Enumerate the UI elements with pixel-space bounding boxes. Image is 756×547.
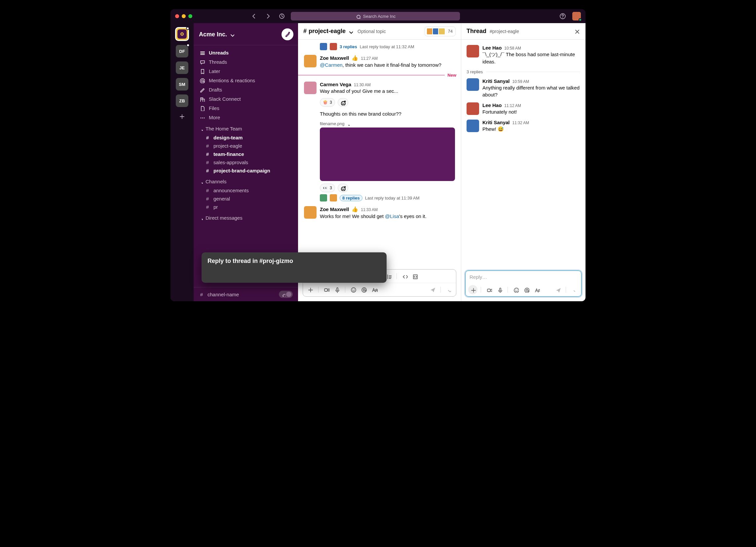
history-button[interactable] (277, 11, 287, 21)
add-reaction-button[interactable] (338, 98, 348, 107)
workspace-switcher[interactable]: Acme Inc. (199, 31, 234, 38)
message-author[interactable]: Zoe Maxwell (320, 55, 349, 61)
reply-count-chip[interactable]: 8 replies (340, 195, 362, 201)
message-avatar[interactable] (467, 102, 479, 115)
channel-item[interactable]: #general (194, 195, 298, 203)
reply-avatar (330, 43, 337, 50)
close-window-icon[interactable] (175, 14, 179, 18)
reply-popover[interactable]: Reply to thread in #proj-gizmo (202, 253, 387, 283)
sidebar-more[interactable]: More (194, 113, 298, 122)
message-list[interactable]: 3 replies Last reply today at 11:32 AM Z… (298, 40, 461, 267)
thread-subtitle[interactable]: #project-eagle (490, 29, 519, 34)
send-options-button[interactable] (444, 285, 453, 294)
thread-input[interactable]: Reply… (466, 271, 581, 283)
sidebar-unreads[interactable]: Unreads (194, 48, 298, 57)
maximize-window-icon[interactable] (188, 14, 192, 18)
nav-forward-button[interactable] (263, 11, 273, 21)
sidebar-mentions[interactable]: Mentions & reactions (194, 76, 298, 85)
attachment-filename[interactable]: filename.png (320, 121, 455, 126)
reaction[interactable]: 👀3 (320, 184, 335, 192)
sidebar-later[interactable]: Later (194, 66, 298, 76)
mention[interactable]: @Carmen (320, 62, 343, 68)
attach-button[interactable] (468, 285, 477, 294)
thread-composer[interactable]: Reply… (465, 271, 582, 296)
format-button[interactable] (370, 285, 379, 294)
nav-back-button[interactable] (249, 11, 259, 21)
attach-button[interactable] (306, 285, 315, 294)
message-avatar[interactable] (304, 206, 317, 219)
sidebar: Acme Inc. Unreads Threads Later Mentions… (194, 23, 298, 301)
channel-item[interactable]: #project-eagle (194, 142, 298, 150)
huddle-toggle[interactable] (279, 291, 293, 298)
video-button[interactable] (484, 285, 494, 294)
send-options-button[interactable] (569, 285, 579, 294)
sidebar-drafts[interactable]: Drafts (194, 85, 298, 94)
workspace-item[interactable]: ZB (176, 95, 188, 107)
message-author[interactable]: Carmen Vega (320, 82, 351, 87)
close-thread-button[interactable] (574, 28, 580, 35)
message-body: Fortunately not! (482, 108, 521, 116)
thread-messages[interactable]: Lee Hao10:58 AM ¯\_(ツ)_/¯ The boss had s… (461, 40, 586, 269)
members-button[interactable]: 74 (425, 26, 456, 36)
emoji-button[interactable] (349, 285, 358, 294)
thread-summary[interactable]: 3 replies Last reply today at 11:32 AM (298, 42, 461, 53)
mention-button[interactable] (522, 285, 531, 294)
add-reaction-button[interactable] (338, 184, 348, 192)
channel-item[interactable]: #design-team (194, 134, 298, 142)
thread-reply: Lee Hao11:12 AMFortunately not! (461, 100, 586, 118)
reply-count-link[interactable]: 3 replies (340, 44, 357, 49)
format-button[interactable] (532, 285, 542, 294)
section-header[interactable]: Direct messages (194, 211, 298, 223)
channel-item[interactable]: #announcements (194, 186, 298, 195)
sidebar-slack-connect[interactable]: Slack Connect (194, 94, 298, 103)
channel-name: project-brand-campaign (213, 168, 270, 174)
workspace-item[interactable]: SM (176, 78, 188, 91)
chevron-down-icon (348, 29, 353, 34)
channel-item[interactable]: #team-finance (194, 150, 298, 158)
thread-summary[interactable]: 8 replies Last reply today at 11:39 AM (298, 193, 461, 204)
channel-item[interactable]: #project-brand-campaign (194, 167, 298, 175)
reply-meta: Last reply today at 11:39 AM (365, 196, 420, 201)
channel-item[interactable]: #pr (194, 203, 298, 211)
message-avatar[interactable] (304, 55, 317, 67)
add-workspace-button[interactable] (178, 113, 186, 120)
workspace-active[interactable] (175, 27, 189, 41)
message-author[interactable]: Kriti Sanyal (482, 78, 510, 84)
message-author[interactable]: Lee Hao (482, 102, 502, 108)
sidebar-files[interactable]: Files (194, 103, 298, 113)
workspace-item[interactable]: JE (176, 61, 188, 74)
video-button[interactable] (322, 285, 331, 294)
help-button[interactable] (558, 11, 568, 21)
attachment-preview[interactable] (320, 128, 455, 181)
mention[interactable]: @Lisa (385, 214, 399, 219)
message-avatar[interactable] (467, 120, 479, 132)
search-input[interactable]: Search Acme Inc (291, 12, 460, 20)
audio-button[interactable] (332, 285, 342, 294)
compose-button[interactable] (282, 28, 293, 40)
section-header[interactable]: Channels (194, 175, 298, 186)
minimize-window-icon[interactable] (182, 14, 186, 18)
channel-item[interactable]: #sales-approvals (194, 158, 298, 167)
audio-button[interactable] (495, 285, 504, 294)
workspace-item[interactable]: DF (176, 45, 188, 58)
message-avatar[interactable] (467, 78, 479, 91)
message: Zoe Maxwell 👍 11:33 AM Works for me! We … (298, 204, 461, 222)
message-author[interactable]: Kriti Sanyal (482, 120, 510, 125)
channel-topic[interactable]: Optional topic (358, 29, 386, 34)
message-author[interactable]: Zoe Maxwell (320, 207, 349, 212)
sidebar-threads[interactable]: Threads (194, 57, 298, 66)
message-avatar[interactable] (304, 82, 317, 94)
message-avatar[interactable] (467, 45, 479, 58)
codeblock-button[interactable] (410, 272, 419, 281)
code-button[interactable] (400, 272, 409, 281)
section-header[interactable]: The Home Team (194, 122, 298, 134)
reaction[interactable]: 🍿3 (320, 98, 335, 107)
send-button[interactable] (428, 285, 437, 294)
channel-title-button[interactable]: # project-eagle (303, 28, 353, 35)
message-author[interactable]: Lee Hao (482, 45, 502, 51)
send-button[interactable] (553, 285, 562, 294)
message-time: 11:27 AM (361, 56, 378, 61)
user-avatar[interactable] (572, 12, 581, 20)
emoji-button[interactable] (511, 285, 520, 294)
mention-button[interactable] (359, 285, 368, 294)
